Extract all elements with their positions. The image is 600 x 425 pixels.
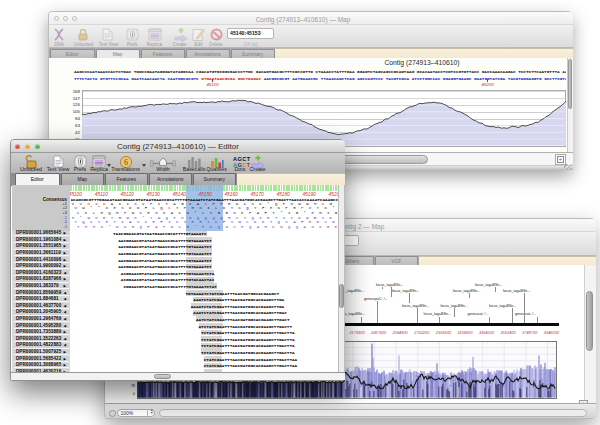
svg-text:6: 6 <box>124 157 128 166</box>
